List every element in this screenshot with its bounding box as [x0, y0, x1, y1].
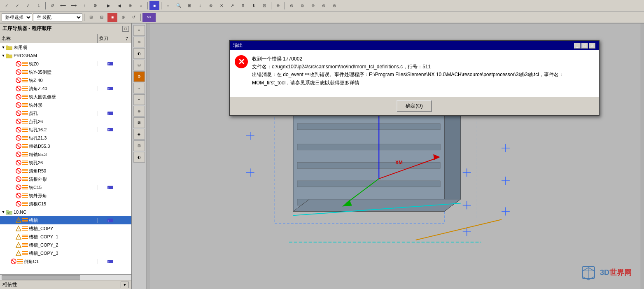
tree-item-mill_out[interactable]: 铣外形 [0, 101, 131, 109]
toolbar-btn-v5[interactable]: ↺ [129, 13, 139, 22]
toolbar-btn-n[interactable]: ⬇ [249, 1, 259, 10]
tree-content[interactable]: ▼未用项▼PROGRAM铣Z0T铣Y-35侧壁铣Z-40清角Z-40T铣大圆弧侧… [0, 43, 131, 274]
op-icon-mill_y35 [22, 70, 28, 75]
toolbar-btn-m[interactable]: ⬆ [238, 1, 248, 10]
svg-rect-43 [22, 119, 28, 120]
toolbar-btn-v3[interactable]: ■ [107, 13, 117, 22]
tree-item-drill213[interactable]: 钻孔21.3 [0, 134, 131, 142]
toolbar-btn-h[interactable]: ⊞ [184, 1, 194, 10]
svg-rect-104 [22, 220, 28, 221]
toolbar-btn-u[interactable]: ⊝ [329, 1, 339, 10]
tree-item-mill_c15[interactable]: 铣C15T [0, 183, 131, 191]
toolbar-btn-t[interactable]: ⊜ [319, 1, 329, 10]
dialog-minimize[interactable]: _ [574, 43, 581, 49]
toolbar-btn-check2[interactable]: ✓ [12, 1, 22, 10]
toolbar-btn-s[interactable]: ⊛ [308, 1, 318, 10]
dialog-ok-button[interactable]: 确定(O) [397, 100, 432, 112]
tree-item-program[interactable]: ▼PROGRAM [0, 51, 131, 60]
v-btn-8[interactable]: ⊕ [133, 106, 145, 117]
left-panel-bottom: 相依性 ▼ [0, 280, 131, 289]
tree-item-fine_553[interactable]: 精铣55.3 [0, 150, 131, 158]
tree-item-clean_r50[interactable]: 清角R50 [0, 167, 131, 175]
assembly-dropdown[interactable]: 空 装配 [33, 13, 82, 21]
toolbar-btn-i[interactable]: ↕ [195, 1, 205, 10]
expand-btn-unused[interactable]: ▼ [1, 45, 6, 50]
toolbar-btn-check3[interactable]: ✓ [23, 1, 33, 10]
v-btn-11[interactable]: ⊞ [133, 140, 145, 151]
tree-item-clean_c15[interactable]: 清根C15 [0, 200, 131, 208]
v-btn-1[interactable]: ≡ [133, 25, 145, 36]
dialog-maximize[interactable]: □ [581, 43, 588, 49]
tree-item-mill_z40[interactable]: 铣Z-40 [0, 76, 131, 84]
tree-item-mill26[interactable]: 铣孔26 [0, 158, 131, 167]
v-btn-5[interactable]: ⚙ [133, 71, 145, 82]
v-btn-6[interactable]: → [133, 83, 145, 93]
sep2 [102, 2, 102, 9]
tree-item-unused[interactable]: ▼未用项 [0, 43, 131, 51]
tree-item-slot[interactable]: !槽槽T [0, 216, 131, 224]
cancel-icon-clean_z40 [16, 86, 21, 91]
toolbar-btn-settings[interactable]: ⚙ [90, 1, 100, 10]
toolbar-btn-f[interactable]: ↔ [163, 1, 173, 10]
toolbar-btn-c[interactable]: ⊕ [125, 1, 135, 10]
toolbar-btn-a[interactable]: ▶ [104, 1, 114, 10]
tree-item-mill_y35[interactable]: 铣Y-35侧壁 [0, 68, 131, 76]
toolbar-btn-v4[interactable]: ⊕ [118, 13, 128, 22]
v-btn-7[interactable]: + [133, 94, 145, 105]
path-dropdown[interactable]: 路径选择 [2, 13, 32, 21]
svg-line-69 [17, 161, 20, 164]
expand-btn-nc10[interactable]: ▼ [1, 210, 6, 214]
panel-close-btn[interactable]: □ [122, 26, 129, 32]
tree-item-slot_copy1[interactable]: !槽槽_COPY_1 [0, 233, 131, 241]
toolbar-btn-d[interactable]: ○ [136, 1, 146, 10]
toolbar-btn-r[interactable]: ⊚ [297, 1, 307, 10]
toolbar-btn-check1[interactable]: ✓ [2, 1, 12, 10]
toolbar-btn-refresh[interactable]: ↺ [47, 1, 57, 10]
tree-item-mill_out_ang[interactable]: 铣外形角 [0, 191, 131, 200]
toolbar-btn-e[interactable]: ■ [149, 1, 159, 10]
toolbar-btn-l[interactable]: ↗ [227, 1, 237, 10]
tree-item-rough_d553[interactable]: 粗铣D55.3 [0, 142, 131, 150]
toolbar-btn-v6[interactable]: NX [142, 13, 156, 22]
toolbar-btn-num1[interactable]: 1 [34, 1, 44, 10]
toolbar-btn-j[interactable]: ⊗ [206, 1, 216, 10]
toolbar-btn-b[interactable]: ◀ [114, 1, 124, 10]
tree-item-label-clean_z40: 清角Z-40 [29, 86, 47, 92]
v-btn-9[interactable]: ⊠ [133, 117, 145, 128]
toolbar-btn-p[interactable]: ⊕ [273, 1, 283, 10]
toolbar-btn-nav3[interactable]: ↑ [79, 1, 89, 10]
toolbar-btn-nav1[interactable]: ⟵ [58, 1, 68, 10]
toolbar-btn-nav2[interactable]: ⟶ [69, 1, 79, 10]
toolbar-btn-v1[interactable]: ⊞ [86, 13, 96, 22]
dialog-close[interactable]: ✕ [589, 43, 595, 49]
tree-item-mill_z0[interactable]: 铣Z0T [0, 60, 131, 68]
tree-item-chamfer_c1[interactable]: 倒角C1T [0, 257, 131, 266]
tree-item-clean_out[interactable]: 清根外形 [0, 175, 131, 183]
tree-item-drill[interactable]: 点孔T [0, 109, 131, 117]
toolbar-btn-g[interactable]: 🔍 [174, 1, 184, 10]
toolbar-btn-v2[interactable]: ⊟ [97, 13, 107, 22]
tree-item-slot_copy[interactable]: !槽槽_COPY [0, 224, 131, 233]
tree-item-slot_copy3[interactable]: !槽槽_COPY_3 [0, 249, 131, 257]
tree-scrollbar-h[interactable] [0, 274, 131, 280]
tree-item-slot_copy2[interactable]: !槽槽_COPY_2 [0, 241, 131, 249]
toolbar-btn-o[interactable]: ⊡ [259, 1, 269, 10]
bottom-label: 相依性 [2, 281, 17, 288]
v-btn-4[interactable]: ⊟ [133, 60, 145, 70]
tree-item-drill162[interactable]: 钻孔16.2T [0, 126, 131, 134]
tree-item-clean_z40[interactable]: 清角Z-40T [0, 84, 131, 93]
v-btn-10[interactable]: ◈ [133, 129, 145, 140]
toolbar-btn-q[interactable]: ⊙ [287, 1, 296, 10]
expand-btn-program[interactable]: ▼ [1, 53, 6, 58]
tree-item-mill_arc[interactable]: 铣大圆弧侧壁 [0, 93, 131, 101]
dialog-titlebar[interactable]: 输出 _ □ ✕ [230, 41, 599, 50]
tree-item-nc10[interactable]: ▼NC10.NC [0, 208, 131, 216]
v-btn-3[interactable]: ◐ [133, 48, 145, 59]
v-btn-12[interactable]: ◐ [133, 152, 145, 163]
svg-rect-98 [22, 203, 28, 204]
v-btn-2[interactable]: ⊕ [133, 37, 145, 47]
tree-item-drill26[interactable]: 点孔26 [0, 117, 131, 126]
toolbar-btn-k[interactable]: ✕ [217, 1, 226, 10]
bottom-dropdown[interactable]: ▼ [121, 282, 129, 288]
toolbar-row-2: 路径选择 空 装配 ⊞ ⊟ ■ ⊕ ↺ NX [0, 12, 644, 23]
